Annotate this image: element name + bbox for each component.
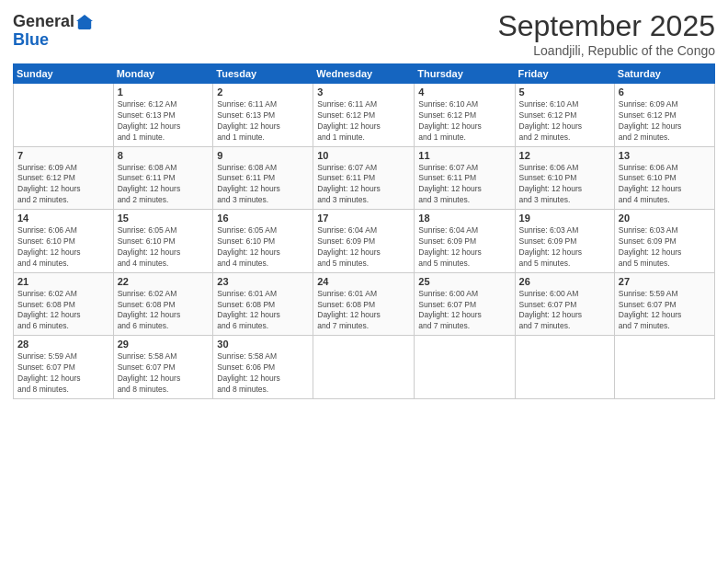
day-number: 22 — [118, 276, 210, 287]
day-cell: 11Sunrise: 6:07 AMSunset: 6:11 PMDayligh… — [415, 146, 515, 210]
day-info: Sunrise: 6:07 AMSunset: 6:11 PMDaylight:… — [418, 163, 510, 207]
day-cell — [313, 336, 415, 399]
day-number: 23 — [217, 276, 309, 287]
day-info: Sunrise: 6:06 AMSunset: 6:10 PMDaylight:… — [619, 163, 711, 207]
day-info: Sunrise: 6:04 AMSunset: 6:09 PMDaylight:… — [317, 225, 410, 270]
day-number: 27 — [619, 276, 711, 287]
day-info: Sunrise: 6:01 AMSunset: 6:08 PMDaylight:… — [317, 289, 410, 333]
day-info: Sunrise: 6:10 AMSunset: 6:12 PMDaylight:… — [418, 99, 510, 144]
day-number: 20 — [619, 213, 711, 224]
day-number: 9 — [217, 150, 309, 161]
day-number: 25 — [418, 276, 510, 287]
month-title: September 2025 — [497, 9, 715, 43]
header: General Blue September 2025 Loandjili, R… — [13, 9, 715, 58]
week-row-1: 1Sunrise: 6:12 AMSunset: 6:13 PMDaylight… — [14, 84, 715, 147]
day-info: Sunrise: 6:12 AMSunset: 6:13 PMDaylight:… — [118, 99, 210, 144]
title-block: September 2025 Loandjili, Republic of th… — [497, 9, 715, 58]
day-info: Sunrise: 5:58 AMSunset: 6:07 PMDaylight:… — [118, 351, 210, 396]
weekday-header-wednesday: Wednesday — [313, 64, 415, 84]
day-info: Sunrise: 6:02 AMSunset: 6:08 PMDaylight:… — [17, 289, 109, 333]
day-cell: 25Sunrise: 6:00 AMSunset: 6:07 PMDayligh… — [415, 272, 515, 336]
weekday-header-row: SundayMondayTuesdayWednesdayThursdayFrid… — [14, 64, 715, 84]
day-number: 4 — [418, 86, 510, 98]
day-cell — [14, 84, 114, 147]
day-cell: 21Sunrise: 6:02 AMSunset: 6:08 PMDayligh… — [14, 272, 114, 336]
weekday-header-friday: Friday — [515, 64, 614, 84]
logo-general-text: General — [13, 13, 74, 31]
day-number: 8 — [118, 150, 210, 161]
day-number: 3 — [317, 86, 410, 98]
day-cell — [614, 336, 714, 399]
day-number: 5 — [519, 86, 610, 98]
weekday-header-monday: Monday — [113, 64, 213, 84]
day-cell: 22Sunrise: 6:02 AMSunset: 6:08 PMDayligh… — [113, 272, 213, 336]
day-number: 26 — [519, 276, 610, 287]
day-info: Sunrise: 6:11 AMSunset: 6:13 PMDaylight:… — [217, 99, 309, 144]
day-cell: 18Sunrise: 6:04 AMSunset: 6:09 PMDayligh… — [415, 210, 515, 273]
day-info: Sunrise: 6:10 AMSunset: 6:12 PMDaylight:… — [519, 99, 610, 144]
day-cell: 26Sunrise: 6:00 AMSunset: 6:07 PMDayligh… — [515, 272, 614, 336]
day-number: 29 — [118, 339, 210, 350]
day-cell: 5Sunrise: 6:10 AMSunset: 6:12 PMDaylight… — [515, 84, 614, 147]
day-info: Sunrise: 6:11 AMSunset: 6:12 PMDaylight:… — [317, 99, 410, 144]
week-row-3: 14Sunrise: 6:06 AMSunset: 6:10 PMDayligh… — [14, 210, 715, 273]
day-info: Sunrise: 6:09 AMSunset: 6:12 PMDaylight:… — [17, 163, 109, 207]
day-number: 21 — [17, 276, 109, 287]
day-info: Sunrise: 5:59 AMSunset: 6:07 PMDaylight:… — [17, 351, 109, 396]
logo-blue-text: Blue — [13, 30, 49, 49]
day-cell: 15Sunrise: 6:05 AMSunset: 6:10 PMDayligh… — [113, 210, 213, 273]
day-info: Sunrise: 6:06 AMSunset: 6:10 PMDaylight:… — [17, 225, 109, 270]
day-info: Sunrise: 6:03 AMSunset: 6:09 PMDaylight:… — [619, 225, 711, 270]
day-number: 16 — [217, 213, 309, 224]
day-number: 15 — [118, 213, 210, 224]
page: General Blue September 2025 Loandjili, R… — [0, 0, 728, 563]
day-cell: 30Sunrise: 5:58 AMSunset: 6:06 PMDayligh… — [213, 336, 313, 399]
weekday-header-sunday: Sunday — [14, 64, 114, 84]
day-cell: 24Sunrise: 6:01 AMSunset: 6:08 PMDayligh… — [313, 272, 415, 336]
day-info: Sunrise: 6:08 AMSunset: 6:11 PMDaylight:… — [118, 163, 210, 207]
day-number: 13 — [619, 150, 711, 161]
day-info: Sunrise: 6:00 AMSunset: 6:07 PMDaylight:… — [418, 289, 510, 333]
day-info: Sunrise: 6:06 AMSunset: 6:10 PMDaylight:… — [519, 163, 610, 207]
day-info: Sunrise: 6:00 AMSunset: 6:07 PMDaylight:… — [519, 289, 610, 333]
day-info: Sunrise: 6:04 AMSunset: 6:09 PMDaylight:… — [418, 225, 510, 270]
day-cell: 29Sunrise: 5:58 AMSunset: 6:07 PMDayligh… — [113, 336, 213, 399]
day-cell: 13Sunrise: 6:06 AMSunset: 6:10 PMDayligh… — [614, 146, 714, 210]
day-info: Sunrise: 6:05 AMSunset: 6:10 PMDaylight:… — [118, 225, 210, 270]
day-cell: 10Sunrise: 6:07 AMSunset: 6:11 PMDayligh… — [313, 146, 415, 210]
day-info: Sunrise: 6:05 AMSunset: 6:10 PMDaylight:… — [217, 225, 309, 270]
week-row-4: 21Sunrise: 6:02 AMSunset: 6:08 PMDayligh… — [14, 272, 715, 336]
day-number: 1 — [118, 86, 210, 98]
weekday-header-saturday: Saturday — [614, 64, 714, 84]
day-info: Sunrise: 5:59 AMSunset: 6:07 PMDaylight:… — [619, 289, 711, 333]
logo-icon — [76, 14, 93, 30]
weekday-header-tuesday: Tuesday — [213, 64, 313, 84]
day-cell: 3Sunrise: 6:11 AMSunset: 6:12 PMDaylight… — [313, 84, 415, 147]
day-cell: 20Sunrise: 6:03 AMSunset: 6:09 PMDayligh… — [614, 210, 714, 273]
day-number: 10 — [317, 150, 410, 161]
day-cell: 8Sunrise: 6:08 AMSunset: 6:11 PMDaylight… — [113, 146, 213, 210]
day-cell: 7Sunrise: 6:09 AMSunset: 6:12 PMDaylight… — [14, 146, 114, 210]
calendar-table: SundayMondayTuesdayWednesdayThursdayFrid… — [13, 63, 715, 399]
day-number: 12 — [519, 150, 610, 161]
day-info: Sunrise: 6:08 AMSunset: 6:11 PMDaylight:… — [217, 163, 309, 207]
day-number: 2 — [217, 86, 309, 98]
day-cell: 27Sunrise: 5:59 AMSunset: 6:07 PMDayligh… — [614, 272, 714, 336]
day-number: 19 — [519, 213, 610, 224]
day-number: 11 — [418, 150, 510, 161]
week-row-5: 28Sunrise: 5:59 AMSunset: 6:07 PMDayligh… — [14, 336, 715, 399]
weekday-header-thursday: Thursday — [415, 64, 515, 84]
day-info: Sunrise: 5:58 AMSunset: 6:06 PMDaylight:… — [217, 351, 309, 396]
day-number: 24 — [317, 276, 410, 287]
day-number: 30 — [217, 339, 309, 350]
day-cell — [415, 336, 515, 399]
day-cell: 4Sunrise: 6:10 AMSunset: 6:12 PMDaylight… — [415, 84, 515, 147]
day-cell: 14Sunrise: 6:06 AMSunset: 6:10 PMDayligh… — [14, 210, 114, 273]
day-info: Sunrise: 6:09 AMSunset: 6:12 PMDaylight:… — [619, 99, 711, 144]
day-number: 17 — [317, 213, 410, 224]
day-cell: 1Sunrise: 6:12 AMSunset: 6:13 PMDaylight… — [113, 84, 213, 147]
day-number: 6 — [619, 86, 711, 98]
day-info: Sunrise: 6:03 AMSunset: 6:09 PMDaylight:… — [519, 225, 610, 270]
day-cell: 2Sunrise: 6:11 AMSunset: 6:13 PMDaylight… — [213, 84, 313, 147]
day-info: Sunrise: 6:01 AMSunset: 6:08 PMDaylight:… — [217, 289, 309, 333]
